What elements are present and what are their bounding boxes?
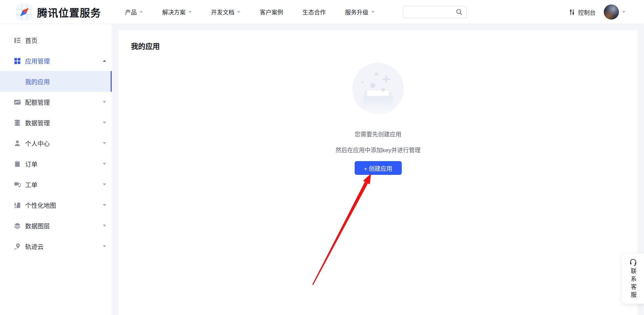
sidebar-item-app-management[interactable]: 应用管理 [0,50,112,71]
chevron-down-icon [103,204,106,206]
chevron-down-icon [237,11,241,13]
headset-icon [629,258,637,266]
sidebar-item-data-layers[interactable]: 数据图层 [0,215,112,236]
sliders-icon [569,9,575,15]
sidebar-item-personal-center[interactable]: 个人中心 [0,133,112,154]
user-avatar [604,4,619,20]
user-icon [14,140,21,147]
search-icon[interactable] [455,8,463,16]
app-window: 腾讯位置服务 产品 解决方案 开发文档 客户案例 生态合作 服务升级 [0,0,644,315]
chevron-down-icon [103,183,106,185]
sidebar-item-home[interactable]: 首页 [0,30,112,50]
nav-item-solutions[interactable]: 解决方案 [153,0,201,24]
navbar-right: 控制台 [569,0,625,24]
chevron-down-icon [103,245,106,247]
chevron-up-icon [103,60,106,62]
database-icon [14,119,21,126]
contact-support-label: 联系客服 [629,268,637,300]
brand-title: 腾讯位置服务 [37,4,101,20]
nav-item-customer-cases[interactable]: 客户案例 [250,0,293,24]
order-clipboard-icon [14,160,21,168]
sidebar-item-data-management[interactable]: 数据管理 [0,112,112,133]
chevron-down-icon [103,142,106,144]
chevron-down-icon [103,163,106,165]
empty-state-line2: 然后在应用中添加key并进行管理 [335,145,420,154]
ticket-chat-icon [14,181,21,188]
page-title: 我的应用 [131,41,160,51]
search-box[interactable] [403,6,467,18]
console-button[interactable]: 控制台 [569,8,596,16]
chevron-down-icon [371,11,375,13]
nav-item-ecosystem[interactable]: 生态合作 [293,0,335,24]
sidebar-item-quota[interactable]: 配额管理 [0,92,112,112]
brand-home-link[interactable]: 腾讯位置服务 [16,4,101,20]
nav-item-dev-docs[interactable]: 开发文档 [201,0,250,24]
sidebar-item-my-apps[interactable]: 我的应用 [0,71,112,92]
search-input[interactable] [407,9,455,15]
account-menu[interactable] [604,4,625,20]
chevron-down-icon [103,101,106,103]
primary-nav: 产品 解决方案 开发文档 客户案例 生态合作 服务升级 [115,0,384,24]
chevron-down-icon [622,11,625,13]
nav-item-service-upgrade[interactable]: 服务升级 [335,0,384,24]
chevron-down-icon [103,225,106,227]
empty-state-line1: 您需要先创建应用 [355,130,401,138]
track-pin-icon [14,243,21,250]
custom-map-icon [14,202,21,209]
console-label: 控制台 [578,8,596,16]
empty-state: 您需要先创建应用 然后在应用中添加key并进行管理 + 创建应用 [119,63,637,175]
layers-icon [14,222,21,229]
sidebar-item-track-cloud[interactable]: 轨迹云 [0,236,112,257]
chevron-down-icon [188,11,192,13]
apps-grid-icon [14,57,21,65]
home-list-icon [14,37,21,44]
compass-map-logo-icon [16,4,33,20]
chevron-down-icon [140,11,143,13]
create-app-button[interactable]: + 创建应用 [355,161,402,175]
quota-chart-icon [14,99,21,106]
top-navbar: 腾讯位置服务 产品 解决方案 开发文档 客户案例 生态合作 服务升级 [0,0,644,24]
content-card: 我的应用 [119,30,637,315]
nav-item-products[interactable]: 产品 [115,0,153,24]
sidebar: 首页 应用管理 我的应用 [0,24,112,315]
empty-box-illustration [352,63,404,114]
sidebar-item-orders[interactable]: 订单 [0,154,112,174]
chevron-down-icon [103,122,106,124]
sidebar-item-custom-map[interactable]: 个性化地图 [0,195,112,215]
contact-support-widget[interactable]: 联系客服 [622,254,644,304]
sidebar-item-tickets[interactable]: 工单 [0,174,112,195]
